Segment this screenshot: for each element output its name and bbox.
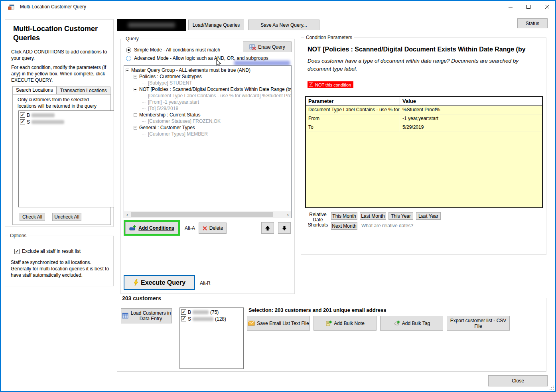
collapse-icon[interactable] bbox=[126, 69, 129, 72]
parameter-table-header: Parameter Value bbox=[306, 97, 542, 106]
location-item[interactable]: ✓ B bbox=[20, 112, 112, 118]
add-folder-icon bbox=[129, 225, 136, 231]
table-row[interactable]: To 5/29/2019 bbox=[306, 123, 542, 132]
maximize-button[interactable] bbox=[519, 1, 537, 13]
tree-horizontal-scrollbar[interactable]: ‹ › bbox=[124, 211, 291, 218]
relative-date-shortcuts-label: Relative Date Shortcuts bbox=[306, 212, 329, 228]
delete-x-icon bbox=[202, 226, 207, 231]
status-button[interactable]: Status bbox=[517, 18, 548, 28]
locations-listbox[interactable]: ✓ B ✓ S bbox=[18, 110, 114, 207]
move-down-button[interactable] bbox=[278, 222, 291, 234]
table-row[interactable]: From -1 year,year:start bbox=[306, 114, 542, 123]
scrollbar-thumb[interactable] bbox=[131, 212, 273, 217]
tree-connector bbox=[142, 83, 146, 83]
this-year-button[interactable]: This Year bbox=[388, 212, 413, 220]
sidebar-panel: Multi-Location Customer Queries Click AD… bbox=[5, 19, 114, 227]
close-button[interactable]: Close bbox=[488, 375, 548, 386]
tree-param-doc-label[interactable]: [Document Type Label Contains - use % fo… bbox=[126, 93, 291, 99]
tree-connector bbox=[142, 96, 146, 96]
close-window-button[interactable] bbox=[538, 1, 556, 13]
delete-button[interactable]: Delete bbox=[199, 223, 227, 234]
collapse-icon[interactable] bbox=[134, 113, 137, 117]
title-bar: Multi-Location Customer Query bbox=[1, 1, 555, 13]
parameter-table: Parameter Value Document Type Label Cont… bbox=[305, 96, 543, 208]
simple-mode-radio[interactable] bbox=[126, 47, 131, 53]
add-bulk-tag-button[interactable]: Add Bulk Tag bbox=[380, 316, 443, 331]
tag-add-icon bbox=[393, 320, 400, 327]
this-month-button[interactable]: This Month bbox=[331, 212, 357, 220]
not-condition-label: NOT this condition bbox=[315, 83, 351, 87]
scroll-right-icon[interactable]: › bbox=[285, 211, 291, 218]
location-checkbox[interactable]: ✓ bbox=[20, 112, 25, 118]
redacted-location-name bbox=[32, 113, 55, 117]
results-count-label: 203 customers bbox=[120, 295, 163, 301]
location-tabs: Search Locations Transaction Locations bbox=[12, 86, 110, 95]
location-item[interactable]: ✓ S bbox=[20, 118, 112, 125]
collapse-icon[interactable] bbox=[134, 126, 137, 130]
tree-param-customer-types[interactable]: [Customer Types] MEMBER bbox=[126, 131, 291, 137]
tab-note: Only customers from the selected locatio… bbox=[18, 97, 106, 109]
result-location-item[interactable]: ✓ B (75) bbox=[181, 309, 242, 315]
not-condition-toggle[interactable]: ✓ NOT this condition bbox=[308, 81, 353, 88]
not-condition-checkbox[interactable]: ✓ bbox=[309, 83, 313, 87]
param-cell: To bbox=[306, 123, 400, 132]
last-year-button[interactable]: Last Year bbox=[416, 212, 441, 220]
advanced-mode-row[interactable]: Advanced Mode - Allow logic such as AND,… bbox=[126, 55, 268, 61]
value-cell[interactable]: %Student Proof% bbox=[400, 106, 542, 114]
add-conditions-button[interactable]: Add Conditions bbox=[125, 222, 178, 234]
minimize-button[interactable] bbox=[501, 1, 519, 13]
sidebar-intro-2: For each condition, modify the parameter… bbox=[11, 64, 113, 84]
tab-transaction-locations[interactable]: Transaction Locations bbox=[57, 87, 110, 95]
tree-node-not-document[interactable]: NOT [Policies : Scanned/Digital Document… bbox=[126, 86, 291, 93]
envelope-icon bbox=[248, 321, 255, 326]
resize-grip[interactable] bbox=[550, 386, 554, 390]
simple-mode-label: Simple Mode - All conditions must match bbox=[134, 47, 220, 53]
result-location-checkbox[interactable]: ✓ bbox=[181, 316, 186, 321]
value-cell[interactable]: -1 year,year:start bbox=[400, 114, 542, 123]
collapse-icon[interactable] bbox=[134, 88, 137, 91]
condition-parameters-group: Condition Parameters NOT [Policies : Sca… bbox=[301, 37, 546, 255]
move-up-button[interactable] bbox=[261, 222, 274, 234]
redacted-query-name-button[interactable] bbox=[117, 19, 186, 31]
tree-param-to[interactable]: [To] 5/29/2019 bbox=[126, 105, 291, 112]
table-row[interactable]: Document Type Label Contains - use % for… bbox=[306, 106, 542, 114]
options-group-label: Options bbox=[8, 233, 28, 238]
value-cell[interactable]: 5/29/2019 bbox=[400, 123, 542, 132]
tree-node-membership-status[interactable]: Membership : Current Status bbox=[126, 112, 291, 118]
load-manage-queries-button[interactable]: Load/Manage Queries bbox=[188, 20, 244, 30]
check-all-button[interactable]: Check All bbox=[20, 213, 45, 221]
export-csv-button[interactable]: Export customer list - CSV File bbox=[447, 316, 510, 331]
lightning-icon bbox=[133, 279, 139, 286]
advanced-mode-radio[interactable] bbox=[126, 56, 131, 61]
collapse-icon[interactable] bbox=[134, 75, 137, 79]
save-email-list-button[interactable]: Save Email List Text File bbox=[247, 316, 310, 331]
load-customers-button[interactable]: Load Customers in Data Entry bbox=[121, 308, 172, 323]
tree-node-master[interactable]: Master Query Group - ALL elements must b… bbox=[126, 67, 291, 73]
last-month-button[interactable]: Last Month bbox=[360, 212, 386, 220]
tree-param-from[interactable]: [From] -1 year,year:start bbox=[126, 99, 291, 105]
exclude-staff-row[interactable]: ✓ Exclude all staff in result list bbox=[14, 248, 81, 254]
erase-query-button[interactable]: Erase Query bbox=[243, 41, 292, 52]
scroll-left-icon[interactable]: ‹ bbox=[124, 211, 130, 218]
next-month-button[interactable]: Next Month bbox=[331, 222, 357, 230]
uncheck-all-button[interactable]: Uncheck All bbox=[52, 213, 81, 221]
query-tree[interactable]: Master Query Group - ALL elements must b… bbox=[124, 65, 292, 218]
tree-param-customer-statuses[interactable]: [Customer Statuses] FROZEN,OK bbox=[126, 118, 291, 124]
exclude-staff-checkbox[interactable]: ✓ bbox=[14, 249, 20, 254]
result-location-item[interactable]: ✓ S (128) bbox=[181, 315, 242, 322]
simple-mode-row[interactable]: Simple Mode - All conditions must match bbox=[126, 47, 220, 53]
execute-query-button[interactable]: Execute Query bbox=[124, 275, 195, 290]
arrow-down-icon bbox=[282, 225, 287, 231]
location-checkbox[interactable]: ✓ bbox=[20, 119, 25, 124]
relative-dates-link[interactable]: What are relative dates? bbox=[361, 223, 413, 229]
tab-search-locations[interactable]: Search Locations bbox=[12, 86, 57, 95]
delete-label: Delete bbox=[209, 225, 223, 231]
save-as-new-query-button[interactable]: Save As New Query... bbox=[248, 20, 319, 30]
tree-param-subtype[interactable]: [Subtype] STUDENT bbox=[126, 80, 291, 86]
result-locations-listbox[interactable]: ✓ B (75) ✓ S (128) bbox=[179, 307, 244, 369]
result-location-checkbox[interactable]: ✓ bbox=[181, 309, 186, 315]
alt-r-hint: Alt-R bbox=[200, 280, 211, 286]
add-bulk-note-button[interactable]: Add Bulk Note bbox=[313, 316, 377, 331]
tree-node-policies-subtypes[interactable]: Policies : Customer Subtypes bbox=[126, 73, 291, 80]
tree-node-customer-types[interactable]: General : Customer Types bbox=[126, 124, 291, 131]
